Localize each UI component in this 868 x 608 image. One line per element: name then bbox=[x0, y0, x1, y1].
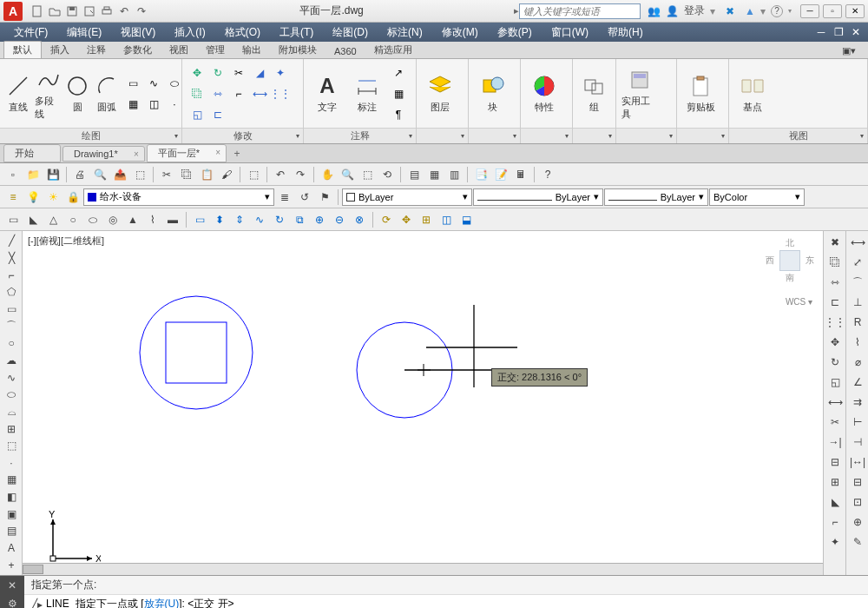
paste-icon[interactable]: 📋 bbox=[197, 165, 216, 184]
dimcont-icon[interactable]: ⊣ bbox=[848, 433, 867, 452]
ribbon-tab-default[interactable]: 默认 bbox=[3, 41, 42, 58]
group-button[interactable]: 组 bbox=[578, 73, 610, 114]
point-icon[interactable]: · bbox=[2, 455, 21, 472]
erase-icon[interactable]: ◢ bbox=[250, 63, 269, 83]
zoomprev-icon[interactable]: ⟲ bbox=[378, 165, 397, 184]
ellipsearc-icon[interactable]: ⌓ bbox=[2, 404, 21, 420]
dimension-button[interactable]: 标注 bbox=[349, 73, 385, 114]
region-icon[interactable]: ◫ bbox=[144, 95, 163, 114]
bhatch-icon[interactable]: ▦ bbox=[2, 472, 21, 488]
help-icon[interactable]: ? bbox=[538, 165, 557, 184]
scale-icon[interactable]: ◱ bbox=[825, 373, 845, 392]
ribbon-tab-a360[interactable]: A360 bbox=[326, 44, 365, 58]
mtext-icon[interactable]: A bbox=[2, 540, 21, 557]
qat-print-icon[interactable] bbox=[99, 3, 115, 19]
redo-icon[interactable]: ↷ bbox=[291, 165, 310, 184]
panel-layer-label[interactable] bbox=[417, 128, 468, 143]
signin-icon[interactable]: 👤 bbox=[666, 5, 679, 17]
print-icon[interactable]: 🖨 bbox=[70, 165, 89, 184]
preview-icon[interactable]: 🔍 bbox=[90, 165, 109, 184]
dimjog-icon[interactable]: ⌇ bbox=[848, 333, 867, 352]
fillet-icon[interactable]: ⌐ bbox=[229, 84, 248, 103]
clipboard-button[interactable]: 剪贴板 bbox=[682, 73, 719, 114]
menu-view[interactable]: 视图(V) bbox=[112, 23, 164, 42]
qat-undo-icon[interactable]: ↶ bbox=[116, 3, 132, 19]
xline-icon[interactable]: ╳ bbox=[2, 250, 21, 267]
pyramid-icon[interactable]: ▲ bbox=[123, 210, 142, 229]
polygon-icon[interactable]: ⬠ bbox=[2, 284, 21, 301]
makeblock-icon[interactable]: ⬚ bbox=[2, 438, 21, 454]
layerprev-icon[interactable]: ↺ bbox=[295, 188, 314, 207]
dimali-icon[interactable]: ⤢ bbox=[848, 253, 867, 272]
exchange-icon[interactable]: ✖ bbox=[726, 5, 734, 17]
wedge-icon[interactable]: ◣ bbox=[23, 210, 43, 229]
dimbreak-icon[interactable]: ⊟ bbox=[848, 473, 867, 492]
menu-file[interactable]: 文件(F) bbox=[5, 23, 56, 42]
mtext-icon[interactable]: ¶ bbox=[389, 105, 408, 124]
pline-icon[interactable]: ⌐ bbox=[2, 267, 21, 283]
cmd-input-text[interactable]: LINE 指定下一点或 [放弃(U)]: <正交 开> bbox=[46, 597, 234, 608]
horizontal-scrollbar[interactable] bbox=[23, 563, 823, 575]
panel-annot-label[interactable]: 注释 bbox=[304, 128, 416, 143]
line-icon[interactable]: ╱ bbox=[2, 233, 21, 249]
menu-help[interactable]: 帮助(H) bbox=[599, 23, 652, 42]
pan-icon[interactable]: ✋ bbox=[318, 165, 337, 184]
table-icon[interactable]: ▦ bbox=[389, 84, 408, 103]
menu-tools[interactable]: 工具(T) bbox=[271, 23, 322, 42]
ribbon-tab-view[interactable]: 视图 bbox=[161, 42, 197, 58]
insert-icon[interactable]: ⊞ bbox=[2, 420, 21, 437]
array-icon[interactable]: ⋮⋮ bbox=[271, 84, 290, 103]
basepoint-button[interactable]: 基点 bbox=[734, 73, 771, 114]
lineweight-dropdown[interactable]: ByLayer▾ bbox=[604, 188, 708, 206]
loft-icon[interactable]: ⧉ bbox=[290, 210, 309, 229]
arc-button[interactable]: 圆弧 bbox=[94, 73, 120, 114]
qat-new-icon[interactable] bbox=[30, 3, 45, 19]
ribbon-tab-parametric[interactable]: 参数化 bbox=[115, 42, 161, 58]
doc-minimize-button[interactable]: ─ bbox=[814, 26, 828, 38]
dimspace-icon[interactable]: |↔| bbox=[848, 453, 867, 472]
tolerance-icon[interactable]: ⊡ bbox=[848, 492, 867, 512]
layer-dropdown[interactable]: 给水-设备 ▾ bbox=[83, 188, 274, 206]
dimarc-icon[interactable]: ⌒ bbox=[848, 273, 867, 292]
close-icon[interactable]: × bbox=[215, 148, 220, 157]
presspull-icon[interactable]: ⇕ bbox=[230, 210, 249, 229]
sweep-icon[interactable]: ∿ bbox=[250, 210, 269, 229]
layerprops-icon[interactable]: ≡ bbox=[3, 188, 23, 207]
doc-restore-button[interactable]: ❐ bbox=[832, 26, 845, 38]
panel-modify-label[interactable]: 修改 bbox=[182, 128, 303, 143]
qdim-icon[interactable]: ⇉ bbox=[848, 393, 867, 412]
zoom-icon[interactable]: 🔍 bbox=[338, 165, 357, 184]
planar-icon[interactable]: ▭ bbox=[190, 210, 209, 229]
box-icon[interactable]: ▭ bbox=[3, 210, 23, 229]
rect-icon[interactable]: ▭ bbox=[123, 74, 142, 93]
join-icon[interactable]: ⊞ bbox=[825, 473, 845, 492]
ribbon-tab-output[interactable]: 输出 bbox=[233, 42, 270, 58]
rotate-icon[interactable]: ↻ bbox=[208, 63, 227, 83]
publish-icon[interactable]: 📤 bbox=[110, 165, 129, 184]
search-input[interactable] bbox=[519, 3, 641, 19]
explode-icon[interactable]: ✦ bbox=[825, 532, 845, 552]
arc-icon[interactable]: ⌒ bbox=[2, 318, 21, 334]
properties-button[interactable]: 特性 bbox=[526, 73, 562, 114]
circle-button[interactable]: 圆 bbox=[64, 73, 90, 114]
dimlin-icon[interactable]: ⟷ bbox=[848, 233, 867, 252]
close-button[interactable]: ✕ bbox=[845, 4, 865, 18]
mirror-icon[interactable]: ⇿ bbox=[825, 273, 845, 292]
ellipse-icon[interactable]: ⬭ bbox=[2, 387, 21, 403]
ribbon-tab-insert[interactable]: 插入 bbox=[42, 42, 78, 58]
cut-icon[interactable]: ✂ bbox=[157, 165, 176, 184]
dimang-icon[interactable]: ∠ bbox=[848, 373, 867, 392]
layerstate-icon[interactable]: ⚑ bbox=[315, 188, 334, 207]
mirror-icon[interactable]: ⇿ bbox=[208, 84, 227, 103]
panel-group-label[interactable] bbox=[573, 128, 615, 143]
matchprop-icon[interactable]: 🖌 bbox=[217, 165, 236, 184]
infocenter-icon[interactable]: 👥 bbox=[648, 5, 661, 17]
maximize-button[interactable]: ▫ bbox=[823, 4, 842, 18]
panel-utilities-label[interactable] bbox=[616, 128, 676, 143]
stretch-icon[interactable]: ⟷ bbox=[250, 84, 269, 103]
3drotate-icon[interactable]: ⟳ bbox=[377, 210, 396, 229]
scale-icon[interactable]: ◱ bbox=[187, 105, 207, 124]
scroll-thumb[interactable] bbox=[23, 565, 43, 574]
dimedit-icon[interactable]: ✎ bbox=[848, 532, 867, 552]
rotate-icon[interactable]: ↻ bbox=[825, 353, 845, 372]
